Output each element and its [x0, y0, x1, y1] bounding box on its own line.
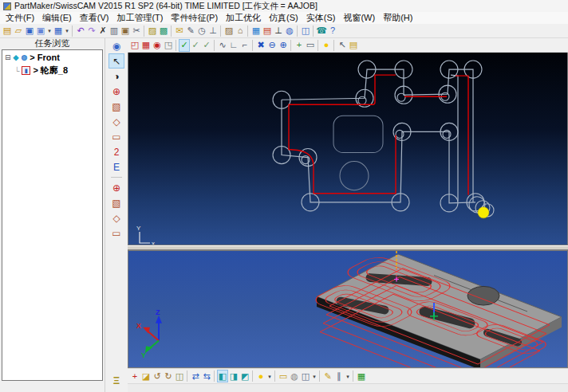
show-toolpath-button[interactable]: ∿ — [217, 39, 228, 52]
torus-button[interactable]: ◍ — [289, 370, 300, 382]
edit-toolbar: ◉↖◑⊕▧◇▭2E⊕▧◇▭ Ξ — [105, 38, 128, 392]
target-point-2-button[interactable]: ⊕ — [108, 180, 124, 195]
show-rapid-button[interactable]: ∟ — [228, 39, 239, 52]
measure-button[interactable]: ∥ — [333, 370, 345, 382]
collapse-expander-icon[interactable]: ⊟ — [5, 53, 11, 61]
cam-window-button[interactable]: ▩ — [158, 25, 169, 37]
full-window-button[interactable]: ▦ — [140, 39, 152, 52]
edit-nodes-2-button[interactable]: ▧ — [108, 195, 124, 210]
verify-fast-button[interactable]: ✓ — [190, 39, 201, 52]
round-hole — [467, 286, 499, 305]
help-button[interactable]: ? — [327, 25, 338, 37]
undo-button[interactable]: ↶ — [75, 25, 86, 37]
加工优化[interactable]: 加工优化 — [222, 12, 265, 24]
new-window-button[interactable]: ◳ — [163, 39, 174, 52]
quadrant-button[interactable]: ◑ — [108, 69, 124, 84]
delete-button[interactable]: ✗ — [97, 25, 108, 37]
simulation-button[interactable]: ▦ — [250, 25, 262, 37]
paste-button[interactable]: ▣ — [120, 25, 131, 37]
target-point-button[interactable]: ⊕ — [108, 84, 124, 99]
rotate-right-button[interactable]: ↻ — [163, 370, 174, 382]
axis-triad-3d: Z X Y — [136, 308, 162, 359]
edit-polygon-2-button[interactable]: ◇ — [108, 210, 124, 225]
side-view-button[interactable]: ◩ — [239, 370, 250, 382]
pick-tool-button[interactable]: ↖ — [337, 39, 348, 52]
light-dropdown[interactable]: ▾ — [266, 370, 273, 382]
cad-cam-toggle-button[interactable]: ◉ — [108, 38, 124, 53]
viewport-3d[interactable]: Z X Y — [128, 250, 568, 368]
support-phone-button[interactable]: ☎ — [316, 25, 327, 37]
文件(F)[interactable]: 文件(F) — [2, 12, 38, 24]
viewport-2d[interactable]: Y x — [128, 53, 568, 245]
select-cursor-button[interactable]: ↖ — [108, 53, 124, 69]
notes-button[interactable]: ▤ — [348, 39, 359, 52]
实体(S)[interactable]: 实体(S) — [302, 12, 340, 24]
light-button[interactable]: ● — [321, 39, 332, 52]
zoom-window-button[interactable]: ▭ — [305, 39, 316, 52]
视窗(W)[interactable]: 视窗(W) — [339, 12, 379, 24]
front-view-button[interactable]: ◨ — [228, 370, 239, 382]
job-setup-button[interactable]: ▨ — [147, 25, 158, 37]
cut-button[interactable]: ✂ — [131, 25, 142, 37]
tree-item-contour-8[interactable]: └ ▮ > 轮廓_8 — [2, 62, 102, 76]
process-doc-button[interactable]: ▤ — [262, 25, 273, 37]
spring-coil-icon[interactable]: Ξ — [108, 373, 124, 387]
zoom-in-button[interactable]: ⊕ — [278, 39, 289, 52]
iso-view-button[interactable]: ◧ — [217, 370, 228, 382]
stamp-button[interactable]: ◫ — [174, 370, 185, 382]
open-file-button[interactable]: ▱ — [13, 25, 24, 37]
copy-button[interactable]: ▥ — [108, 25, 120, 37]
edit-profile-2-button[interactable]: ▭ — [108, 225, 124, 241]
print-button[interactable]: ▦ — [53, 25, 64, 37]
engrave-button[interactable]: E — [108, 159, 124, 174]
zoom-all-button[interactable]: ✖ — [255, 39, 266, 52]
axes-button[interactable]: + — [129, 370, 140, 382]
time-estimate-button[interactable]: ◷ — [196, 25, 207, 37]
tree-item-front[interactable]: ⊟ ◆ ◍ > Front — [2, 50, 102, 62]
查看(V)[interactable]: 查看(V) — [76, 12, 113, 24]
加工管理(T)[interactable]: 加工管理(T) — [112, 12, 167, 24]
task-tree[interactable]: ⊟ ◆ ◍ > Front └ ▮ > 轮廓_8 — [2, 49, 103, 381]
shade-surface-button[interactable]: ◪ — [140, 370, 152, 382]
camera-button[interactable]: ◫ — [300, 370, 311, 382]
edit-profile-button[interactable]: ▭ — [108, 129, 124, 144]
draw-line-button[interactable]: ✎ — [322, 370, 333, 382]
measure-dropdown[interactable]: ▾ — [345, 370, 351, 382]
仿真(S)[interactable]: 仿真(S) — [265, 12, 302, 24]
edit-polygon-button[interactable]: ◇ — [108, 114, 124, 129]
pan-button[interactable]: + — [294, 39, 305, 52]
save-as-dropdown[interactable]: ▾ — [46, 25, 53, 37]
save-as-button[interactable]: ▣ — [35, 25, 46, 37]
camera-dropdown[interactable]: ▾ — [311, 370, 318, 382]
separator — [219, 25, 223, 37]
show-links-button[interactable]: ⌐ — [239, 39, 250, 52]
profile-window-button[interactable]: ◰ — [129, 39, 140, 52]
零件特征(P)[interactable]: 零件特征(P) — [167, 12, 222, 24]
verify-step-button[interactable]: ✓ — [201, 39, 212, 52]
flip-horizontal-button[interactable]: ⇄ — [190, 370, 201, 382]
light-button[interactable]: ● — [255, 370, 266, 382]
edit-nodes-button[interactable]: ▧ — [108, 99, 124, 114]
verify-on-button[interactable]: ✓ — [179, 39, 190, 52]
print-dropdown[interactable]: ▾ — [64, 25, 70, 37]
part-features-button[interactable]: ✉ — [174, 25, 185, 37]
save-button[interactable]: ▣ — [24, 25, 35, 37]
library-button[interactable]: ⌂ — [235, 25, 246, 37]
flip-vertical-button[interactable]: ⇆ — [201, 370, 212, 382]
stock-button[interactable]: ▭ — [278, 370, 289, 382]
two-axis-button[interactable]: 2 — [108, 144, 124, 159]
report-button[interactable]: ▦ — [356, 370, 367, 382]
edit-features-button[interactable]: ✎ — [185, 25, 196, 37]
split-view-button[interactable]: ◫ — [300, 25, 311, 37]
redo-button[interactable]: ↷ — [86, 25, 97, 37]
tool-holder-button[interactable]: ⊥ — [207, 25, 219, 37]
tool-data-button[interactable]: ⊥ — [273, 25, 284, 37]
帮助(H)[interactable]: 帮助(H) — [379, 12, 416, 24]
zoom-out-button[interactable]: ⊖ — [266, 39, 278, 52]
world-button[interactable]: ◍ — [284, 25, 295, 37]
new-file-button[interactable]: ▤ — [2, 25, 13, 37]
编辑(E)[interactable]: 编辑(E) — [38, 12, 76, 24]
redraw-window-button[interactable]: ◉ — [152, 39, 163, 52]
rotate-left-button[interactable]: ↺ — [152, 370, 163, 382]
post-folder-button[interactable]: ▨ — [223, 25, 235, 37]
